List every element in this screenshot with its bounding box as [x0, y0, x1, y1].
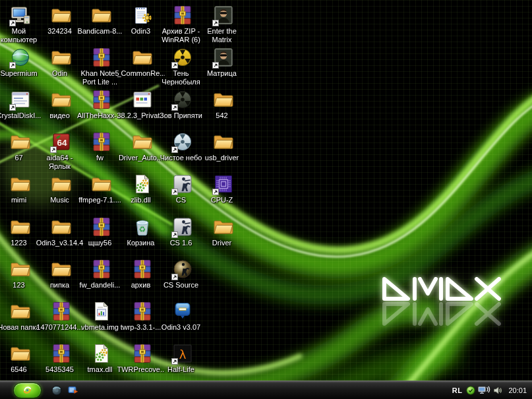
folder-icon: [51, 47, 72, 68]
icon-label: usb_driver: [198, 154, 246, 162]
winrar-archive-icon: [132, 301, 153, 322]
desktop-icon[interactable]: fw_dandeli...: [81, 259, 122, 290]
radiation-yellow-icon: [172, 47, 193, 68]
desktop-icon[interactable]: Тень Чернобыля: [162, 47, 203, 86]
svg-text:♻: ♻: [139, 225, 146, 234]
winrar-archive-icon: [91, 131, 112, 152]
update-icon[interactable]: [466, 386, 475, 395]
winrar-archive-icon: [51, 301, 72, 322]
system-tray: RL 20:01: [452, 386, 532, 395]
winrar-archive-icon: [51, 343, 72, 364]
aida64-icon: 64: [51, 131, 72, 152]
winrar-archive-icon: [91, 259, 112, 280]
desktop-icon[interactable]: fw: [81, 131, 122, 162]
desktop-icon[interactable]: CPU-Z: [203, 173, 244, 204]
winrar-archive-icon: [91, 216, 112, 237]
folder-icon: [213, 89, 234, 110]
folder-icon: [10, 173, 31, 195]
network-icon[interactable]: [478, 386, 490, 395]
my-computer-icon: [10, 5, 31, 26]
folder-icon: [51, 5, 72, 26]
amax-logo: [378, 274, 507, 342]
desktop-icon[interactable]: AllTheHaxx-...: [81, 89, 122, 120]
desktop-icon[interactable]: CS Source: [162, 259, 203, 290]
desktop-icon[interactable]: λ Half-Life: [162, 343, 203, 374]
browser-icon[interactable]: [51, 385, 62, 396]
folder-icon: [91, 5, 112, 26]
quick-launch: [51, 385, 78, 396]
volume-icon[interactable]: [493, 386, 502, 395]
desktop-icon[interactable]: 542: [203, 89, 244, 120]
desktop[interactable]: Мой компьютер 324234 Bandicam-8... Odin3…: [0, 0, 532, 381]
desktop-screen: Мой компьютер 324234 Bandicam-8... Odin3…: [0, 0, 532, 399]
icon-label: Half-Life: [158, 365, 205, 374]
dll-file-icon: [91, 343, 112, 364]
winrar-archive-icon: [132, 343, 153, 364]
radiation-dark-icon: [172, 89, 193, 110]
folder-icon: [91, 173, 112, 195]
matrix-photo-icon: [213, 5, 234, 26]
folder-icon: [51, 173, 72, 195]
icon-label: CS Source: [158, 281, 205, 290]
winrar-archive-icon: [132, 259, 153, 280]
radiation-light-icon: [172, 131, 193, 152]
icon-label: Матрица: [198, 69, 246, 78]
desktop-icon[interactable]: usb_driver: [203, 131, 244, 162]
start-button[interactable]: [13, 383, 42, 398]
desktop-icon[interactable]: Архив ZIP - WinRAR (6): [162, 5, 203, 44]
desktop-icon[interactable]: 123: [0, 259, 41, 290]
icon-label: 542: [198, 111, 246, 120]
desktop-icon[interactable]: Driver: [203, 216, 244, 247]
desktop-icon[interactable]: CrystalDiskI...: [0, 89, 41, 120]
svg-text:λ: λ: [179, 348, 187, 361]
desktop-icon[interactable]: щшу56: [81, 216, 122, 247]
app-window-icon: [10, 89, 31, 110]
app-window-colored-icon: [132, 89, 153, 110]
svg-text:64: 64: [57, 138, 67, 148]
desktop-icon[interactable]: Чистое небо: [162, 131, 203, 162]
desktop-icon[interactable]: Enter the Matrix: [203, 5, 244, 44]
winrar-archive-icon: [172, 5, 193, 26]
desktop-icon[interactable]: Матрица: [203, 47, 244, 78]
desktop-icon[interactable]: Мой компьютер: [0, 5, 41, 44]
folder-icon: [51, 216, 72, 237]
odin-flash-icon: [172, 301, 193, 322]
winrar-archive-icon: [91, 47, 112, 68]
desktop-icon[interactable]: 64 aida64 - Ярлык: [41, 131, 82, 170]
desktop-icon[interactable]: Odin3 v3.07: [162, 301, 203, 332]
desktop-icon[interactable]: Khan Note5 Port Lite ...: [81, 47, 122, 86]
taskbar: RL 20:01: [0, 381, 532, 399]
desktop-icon[interactable]: vbmeta.img: [81, 301, 122, 332]
desktop-icon[interactable]: 67: [0, 131, 41, 162]
desktop-icon[interactable]: 1223: [0, 216, 41, 247]
folder-icon: [10, 343, 31, 364]
dll-file-icon: [132, 173, 153, 195]
folder-icon: [132, 131, 153, 152]
desktop-icon[interactable]: Bandicam-8...: [81, 5, 122, 36]
desktop-icon[interactable]: Supermium: [0, 47, 41, 78]
cs-app-icon: [172, 216, 193, 237]
half-life-icon: λ: [172, 343, 193, 364]
recycle-bin-icon: ♻: [132, 216, 153, 237]
globe-browser-icon: [10, 47, 31, 68]
desktop-icon[interactable]: ffmpeg-7.1....: [81, 173, 122, 204]
language-indicator[interactable]: RL: [452, 386, 463, 394]
folder-icon: [10, 131, 31, 152]
folder-icon: [51, 259, 72, 280]
folder-icon: [10, 301, 31, 322]
cpu-z-icon: [213, 173, 234, 195]
desktop-icon[interactable]: 6546: [0, 343, 41, 374]
icon-label: Enter the Matrix: [198, 27, 246, 44]
desktop-icon[interactable]: CS 1.6: [162, 216, 203, 247]
mail-icon[interactable]: [68, 385, 78, 396]
desktop-icon[interactable]: tmax.dll: [81, 343, 122, 374]
cs-app-icon: [172, 173, 193, 195]
desktop-icon[interactable]: mimi: [0, 173, 41, 204]
desktop-icon[interactable]: Зов Припяти: [162, 89, 203, 120]
notepad-app-icon: [132, 5, 153, 26]
desktop-icon[interactable]: CS: [162, 173, 203, 204]
clock[interactable]: 20:01: [508, 386, 527, 394]
desktop-icon[interactable]: Новая папка: [0, 301, 41, 332]
winrar-archive-icon: [91, 89, 112, 110]
icon-label: Driver: [198, 239, 246, 247]
